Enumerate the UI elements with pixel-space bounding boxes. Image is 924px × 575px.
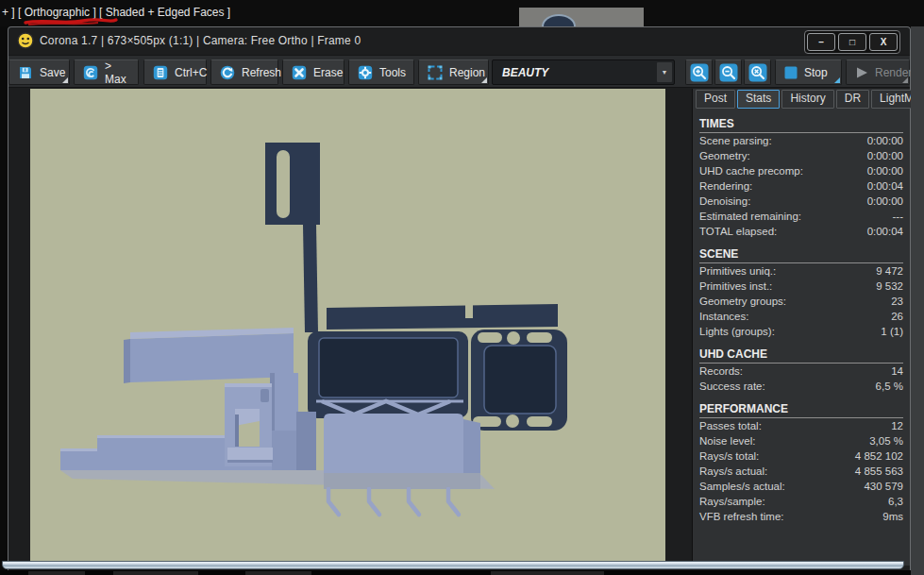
region-button[interactable]: Region xyxy=(418,59,489,85)
stat-label: Rays/s total: xyxy=(699,450,759,462)
stat-row: VFB refresh time:9ms xyxy=(699,509,903,524)
zoom-out-button[interactable] xyxy=(714,59,742,85)
close-button[interactable]: X xyxy=(869,33,898,51)
window-controls: – □ X xyxy=(804,30,900,54)
stat-label: Instances: xyxy=(699,311,748,322)
minimize-button[interactable]: – xyxy=(807,33,835,51)
zoom-reset-icon xyxy=(748,63,767,82)
stat-label: Passes total: xyxy=(699,420,762,431)
stat-label: Samples/s actual: xyxy=(699,481,785,492)
render-element-dropdown[interactable]: BEAUTY ▼ xyxy=(492,59,675,85)
zoom-in-icon xyxy=(690,63,709,82)
stat-label: Rays/s actual: xyxy=(699,465,767,477)
section-title: PERFORMANCE xyxy=(699,402,903,418)
stat-row: Estimated remaining:--- xyxy=(699,209,903,224)
taskbar-item xyxy=(28,571,85,575)
stat-value: 4 855 563 xyxy=(855,465,903,477)
tab-stats[interactable]: Stats xyxy=(737,90,780,109)
zoom-in-button[interactable] xyxy=(685,59,713,85)
stop-button[interactable]: Stop xyxy=(775,59,842,85)
stat-row: Rendering:0:00:04 xyxy=(699,178,903,194)
section-title: TIMES xyxy=(699,117,903,133)
stat-value: 3,05 % xyxy=(869,435,903,447)
region-select-icon xyxy=(428,65,443,80)
stat-row: Rays/s total:4 852 102 xyxy=(699,448,903,464)
stat-label: VFB refresh time: xyxy=(699,511,783,522)
save-button[interactable]: Save xyxy=(8,59,70,85)
vfb-main-area: Post Stats History DR LightMix TIMESScen… xyxy=(8,88,910,570)
stat-row: Success rate:6,5 % xyxy=(699,379,903,394)
erase-x-icon xyxy=(292,65,307,80)
stat-row: UHD cache precomp:0:00:00 xyxy=(699,163,903,178)
stat-value: 14 xyxy=(891,365,903,377)
maximize-button[interactable]: □ xyxy=(838,33,866,51)
render-button[interactable]: Render xyxy=(846,59,910,85)
stat-row: Samples/s actual:430 579 xyxy=(699,479,903,494)
render-viewport[interactable] xyxy=(30,89,665,566)
copy-document-icon xyxy=(153,65,168,80)
stat-value: 0:00:00 xyxy=(867,165,903,177)
window-titlebar[interactable]: Corona 1.7 | 673×505px (1:1) | Camera: F… xyxy=(8,27,910,56)
stat-value: 0:00:04 xyxy=(867,226,903,237)
stat-label: Primitives uniq.: xyxy=(699,265,776,277)
stop-label: Stop xyxy=(804,66,828,79)
tab-history[interactable]: History xyxy=(781,90,833,109)
screenshot-root: + ] [ Orthographic ] [ Shaded + Edged Fa… xyxy=(0,0,924,575)
zoom-reset-button[interactable] xyxy=(744,59,771,85)
chevron-down-icon[interactable]: ▼ xyxy=(657,62,672,82)
background-object xyxy=(542,14,576,26)
stat-value: 9 472 xyxy=(876,265,903,277)
section-title: UHD CACHE xyxy=(699,347,903,364)
tools-button[interactable]: Tools xyxy=(348,59,414,85)
region-label: Region xyxy=(449,66,485,79)
stat-value: 0:00:00 xyxy=(867,135,903,146)
stat-label: Denoising: xyxy=(699,195,750,207)
render-label: Render xyxy=(875,66,912,79)
floppy-save-icon xyxy=(18,65,33,80)
section-title: SCENE xyxy=(699,247,903,263)
window-bottom-frame xyxy=(2,561,904,569)
erase-button[interactable]: Erase xyxy=(282,59,344,85)
taskbar-sliver xyxy=(0,570,924,575)
taskbar-item xyxy=(491,571,604,575)
stat-label: Rays/sample: xyxy=(699,496,765,507)
tab-dr[interactable]: DR xyxy=(836,90,869,109)
stats-panel: Post Stats History DR LightMix TIMESScen… xyxy=(692,89,910,566)
stat-label: Primitives inst.: xyxy=(699,280,772,292)
copy-button[interactable]: Ctrl+C xyxy=(143,59,207,85)
send-to-max-button[interactable]: > Max xyxy=(74,59,139,85)
stat-row: Rays/sample:6,3 xyxy=(699,494,903,509)
save-label: Save xyxy=(40,66,65,79)
stat-value: 9 532 xyxy=(876,280,903,292)
taskbar-item xyxy=(245,571,311,575)
annotation-underline-red xyxy=(23,17,121,26)
tools-gear-icon xyxy=(358,65,373,80)
refresh-icon xyxy=(220,65,235,80)
stat-label: Records: xyxy=(699,365,743,377)
background-app-edge xyxy=(911,26,924,575)
corona-app-icon xyxy=(17,32,34,49)
stat-label: Geometry groups: xyxy=(699,296,786,307)
stat-value: 12 xyxy=(891,420,903,431)
stat-label: Estimated remaining: xyxy=(699,211,801,222)
taskbar-item xyxy=(113,571,198,575)
render-play-icon xyxy=(855,66,868,79)
stat-row: Geometry:0:00:00 xyxy=(699,148,903,163)
window-title: Corona 1.7 | 673×505px (1:1) | Camera: F… xyxy=(40,34,361,47)
stat-value: --- xyxy=(893,211,904,222)
stat-row: Geometry groups:23 xyxy=(699,294,903,309)
stat-value: 430 579 xyxy=(864,481,903,492)
tab-post[interactable]: Post xyxy=(696,90,735,109)
send-to-max-label: > Max xyxy=(105,59,129,86)
stat-value: 9ms xyxy=(882,511,903,522)
stat-label: TOTAL elapsed: xyxy=(699,226,777,237)
stat-row: Primitives inst.:9 532 xyxy=(699,279,903,294)
background-app-panel xyxy=(519,8,644,26)
refresh-button[interactable]: Refresh xyxy=(210,59,278,85)
stat-row: Records:14 xyxy=(699,364,903,379)
refresh-label: Refresh xyxy=(242,66,281,79)
tools-label: Tools xyxy=(379,66,406,79)
stat-value: 26 xyxy=(891,311,903,322)
stats-sections: TIMESScene parsing:0:00:00Geometry:0:00:… xyxy=(693,117,910,524)
stat-value: 6,3 xyxy=(888,496,903,507)
